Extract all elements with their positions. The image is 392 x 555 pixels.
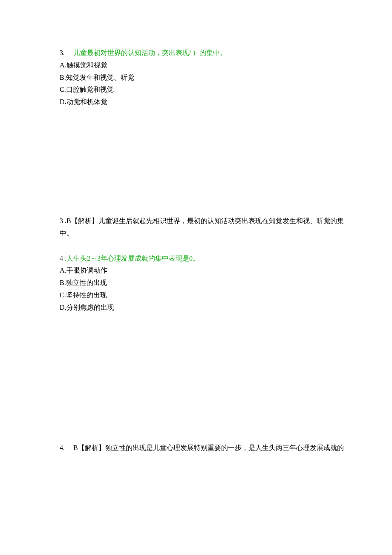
question-3-option-c: C.口腔触觉和视觉: [60, 84, 345, 96]
document-page: 3. 儿童最初对世界的认知活动，突出表现/ ）的集中。 A.触摸觉和视觉 B.知…: [0, 0, 392, 555]
question-3-option-b: B.知觉发生和视觉、听觉: [60, 72, 345, 84]
answer-3-number: 3: [60, 217, 63, 224]
spacer: [60, 314, 345, 442]
question-3-option-a: A.触摸觉和视觉: [60, 59, 345, 72]
question-4-option-c: C.坚持性的出现: [60, 289, 345, 302]
answer-4-number: 4.: [60, 442, 72, 454]
question-3-text-part2: ）的集中。: [193, 49, 227, 56]
answer-3: 3 .B【解析】儿童诞生后就起先相识世界，最初的认知活动突出表现在知觉发生和视、…: [60, 215, 345, 240]
question-4-option-b: B.独立性的出现: [60, 277, 345, 289]
question-3-text-part1: 儿童最初对世界的认知活动，突出表现/: [73, 49, 191, 56]
question-4-option-d: D.分别焦虑的出现: [60, 302, 345, 314]
question-4-number: 4: [60, 255, 63, 262]
question-4-text: .人生头2～3年心理发展成就的集中表现是0。: [63, 255, 199, 262]
answer-4: 4. B【解析】独立性的出现是儿童心理发展特别重要的一步，是人生头两三年心理发展…: [60, 442, 345, 454]
answer-3-text: .B【解析】儿童诞生后就起先相识世界，最初的认知活动突出表现在知觉发生和视、听觉…: [60, 217, 344, 237]
answer-4-text: B【解析】独立性的出现是儿童心理发展特别重要的一步，是人生头两三年心理发展成就的: [73, 444, 344, 451]
question-3-number: 3.: [60, 47, 72, 59]
question-4: 4 .人生头2～3年心理发展成就的集中表现是0。: [60, 253, 345, 265]
question-3-option-d: D.动觉和机体觉: [60, 96, 345, 108]
spacer: [60, 108, 345, 215]
question-4-option-a: A.手眼协调动作: [60, 264, 345, 277]
question-3: 3. 儿童最初对世界的认知活动，突出表现/ ）的集中。: [60, 47, 345, 59]
